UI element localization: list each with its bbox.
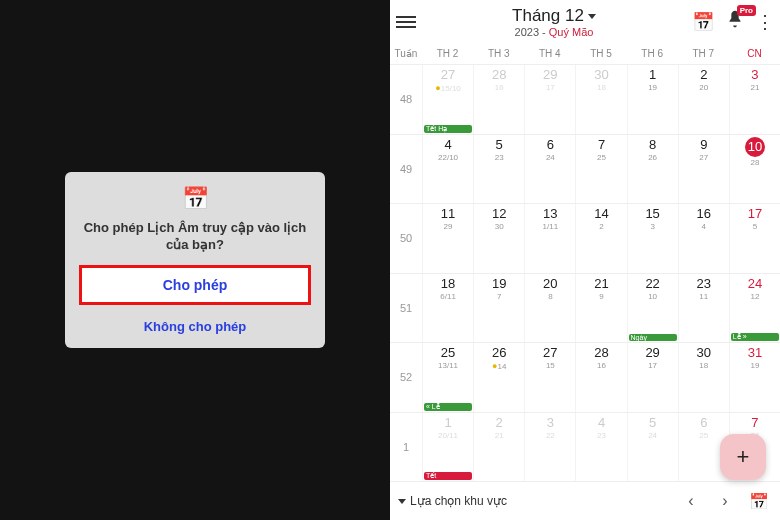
day-cell[interactable]: 3018 — [678, 343, 729, 412]
day-number: 27 — [425, 67, 471, 82]
lunar-date: 18 — [681, 361, 727, 370]
week-row: 27●15/10Tết Hạ281629173018119220321 — [422, 64, 780, 134]
lunar-date: 23 — [476, 153, 522, 162]
menu-icon[interactable] — [396, 16, 416, 28]
day-cell[interactable]: 221 — [473, 413, 524, 482]
lunar-date: 19 — [732, 361, 778, 370]
add-event-fab[interactable]: + — [720, 434, 766, 480]
lunar-date: 20/11 — [425, 431, 471, 440]
day-cell[interactable]: 3119 — [729, 343, 780, 412]
day-cell[interactable]: 27●15/10Tết Hạ — [422, 65, 473, 134]
lunar-date: 11 — [681, 292, 727, 301]
calendar-view-icon[interactable]: 📅 — [746, 488, 772, 514]
day-cell[interactable]: 186/11 — [422, 274, 473, 343]
day-cell[interactable]: 2917 — [627, 343, 678, 412]
day-cell[interactable]: 131/11 — [524, 204, 575, 273]
day-cell[interactable]: 153 — [627, 204, 678, 273]
day-cell[interactable]: 175 — [729, 204, 780, 273]
year-name: Quý Mão — [549, 26, 594, 38]
day-number: 12 — [476, 206, 522, 221]
day-number: 29 — [527, 67, 573, 82]
lunar-date: 13/11 — [425, 361, 471, 370]
year-prefix: 2023 - — [515, 26, 549, 38]
day-cell[interactable]: 2816 — [575, 343, 626, 412]
day-number: 1 — [630, 67, 676, 82]
dialog-title: Cho phép Lịch Âm truy cập vào lịch của b… — [65, 220, 325, 266]
more-icon[interactable]: ⋮ — [756, 11, 774, 33]
day-cell[interactable]: 219 — [575, 274, 626, 343]
day-cell[interactable]: 826 — [627, 135, 678, 204]
header-actions: 📅 Pro ⋮ — [692, 9, 774, 35]
day-cell[interactable]: 624 — [524, 135, 575, 204]
day-number: 2 — [681, 67, 727, 82]
day-number: 4 — [425, 137, 471, 152]
day-cell[interactable]: 321 — [729, 65, 780, 134]
day-cell[interactable]: 422/10 — [422, 135, 473, 204]
day-cell[interactable]: 2412Lễ » — [729, 274, 780, 343]
next-month-button[interactable]: › — [712, 488, 738, 514]
event-tag: Tết — [424, 472, 472, 480]
lunar-date: 18 — [578, 83, 624, 92]
day-cell[interactable]: 2715 — [524, 343, 575, 412]
lunar-date: ●14 — [476, 361, 522, 371]
day-cell[interactable]: 1230 — [473, 204, 524, 273]
allow-button[interactable]: Cho phép — [79, 265, 311, 305]
notification-icon[interactable]: Pro — [724, 9, 746, 35]
day-cell[interactable]: 208 — [524, 274, 575, 343]
day-cell[interactable]: 523 — [473, 135, 524, 204]
region-selector[interactable]: Lựa chọn khu vực — [398, 494, 670, 508]
week-row: 422/105236247258269271028 — [422, 134, 780, 204]
prev-month-button[interactable]: ‹ — [678, 488, 704, 514]
day-cell[interactable]: 322 — [524, 413, 575, 482]
day-number: 6 — [681, 415, 727, 430]
region-label: Lựa chọn khu vực — [410, 494, 507, 508]
day-number: 22 — [630, 276, 676, 291]
day-cell[interactable]: 197 — [473, 274, 524, 343]
day-cell[interactable]: 120/11Tết — [422, 413, 473, 482]
permission-overlay: 📅 Cho phép Lịch Âm truy cập vào lịch của… — [0, 0, 390, 520]
day-cell[interactable]: 524 — [627, 413, 678, 482]
month-label: Tháng 12 — [512, 6, 584, 25]
day-cell[interactable]: 119 — [627, 65, 678, 134]
day-number: 8 — [630, 137, 676, 152]
day-cell[interactable]: 423 — [575, 413, 626, 482]
day-cell[interactable]: 3018 — [575, 65, 626, 134]
lunar-date: 12 — [732, 292, 778, 301]
day-number: 7 — [732, 415, 778, 430]
day-cell[interactable]: 164 — [678, 204, 729, 273]
deny-button[interactable]: Không cho phép — [65, 313, 325, 340]
month-selector[interactable]: Tháng 12 2023 - Quý Mão — [422, 6, 686, 38]
day-cell[interactable]: 2816 — [473, 65, 524, 134]
today-icon[interactable]: 📅 — [692, 11, 714, 33]
day-cell[interactable]: 927 — [678, 135, 729, 204]
day-number: 3 — [732, 67, 778, 82]
moon-icon: ● — [492, 361, 497, 371]
day-cell[interactable]: 142 — [575, 204, 626, 273]
dow-label: CN — [729, 42, 780, 64]
day-number: 3 — [527, 415, 573, 430]
day-cell[interactable]: 26●14 — [473, 343, 524, 412]
lunar-date: 25 — [681, 431, 727, 440]
day-cell[interactable]: 1129 — [422, 204, 473, 273]
week-header: Tuần — [390, 42, 422, 64]
lunar-date: 23 — [578, 431, 624, 440]
lunar-date: 19 — [630, 83, 676, 92]
lunar-date: 8 — [527, 292, 573, 301]
calendar-app: Tháng 12 2023 - Quý Mão 📅 Pro ⋮ Tuần 48 … — [390, 0, 780, 520]
lunar-date: 24 — [527, 153, 573, 162]
lunar-date: 15 — [527, 361, 573, 370]
lunar-date: 22/10 — [425, 153, 471, 162]
day-cell[interactable]: 725 — [575, 135, 626, 204]
weeks-container: 27●15/10Tết Hạ281629173018119220321422/1… — [422, 64, 780, 481]
lunar-date: 21 — [732, 83, 778, 92]
day-cell[interactable]: 2311 — [678, 274, 729, 343]
day-cell[interactable]: 2917 — [524, 65, 575, 134]
day-number: 10 — [745, 137, 765, 157]
day-number: 25 — [425, 345, 471, 360]
day-cell[interactable]: 2513/11« Lễ — [422, 343, 473, 412]
day-cell[interactable]: 220 — [678, 65, 729, 134]
left-screenshot: 📅 Cho phép Lịch Âm truy cập vào lịch của… — [0, 0, 390, 520]
day-cell[interactable]: 2210Ngày — [627, 274, 678, 343]
day-cell[interactable]: 1028 — [729, 135, 780, 204]
week-num: 48 — [390, 64, 422, 134]
